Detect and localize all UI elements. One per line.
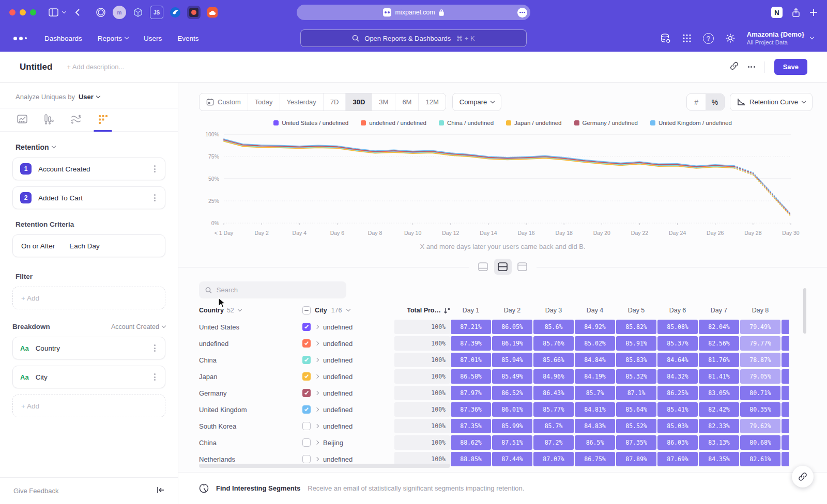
day-cell[interactable]: 87.1% xyxy=(616,386,656,400)
day-cell[interactable]: 84.83% xyxy=(575,419,615,433)
day-cell[interactable]: 82.04% xyxy=(699,320,739,334)
horizontal-scrollbar[interactable] xyxy=(199,464,450,468)
collapse-sidebar-icon[interactable] xyxy=(157,486,164,495)
day-cell[interactable]: 83.13% xyxy=(699,435,739,450)
day-cell[interactable]: 87.36% xyxy=(451,402,491,417)
column-header-country[interactable]: Country52 xyxy=(199,307,302,314)
day-cell[interactable]: 86.01% xyxy=(492,402,532,417)
description-placeholder[interactable]: + Add description... xyxy=(67,63,124,71)
breakdown-card-country[interactable]: Aa Country xyxy=(12,337,165,359)
cell-country[interactable]: Japan xyxy=(199,373,302,381)
expand-chevron-icon[interactable] xyxy=(315,440,319,445)
cell-country[interactable]: China xyxy=(199,356,302,364)
day-cell[interactable]: 86.75% xyxy=(575,452,615,466)
criteria-each-day[interactable]: Each Day xyxy=(69,242,100,250)
day-cell[interactable]: 85.66% xyxy=(533,353,574,367)
row-checkbox[interactable] xyxy=(302,422,311,430)
segments-title[interactable]: Find Interesting Segments xyxy=(216,484,300,492)
event-card-account-created[interactable]: 1 Account Created xyxy=(12,158,165,180)
day-cell[interactable]: 85.41% xyxy=(657,402,698,417)
day-cell[interactable]: 84.92% xyxy=(575,320,615,334)
data-management-icon[interactable] xyxy=(660,33,671,44)
day-cell[interactable]: 87.35% xyxy=(616,435,656,450)
report-title[interactable]: Untitled xyxy=(20,62,52,72)
day-cell[interactable]: 84.35% xyxy=(699,452,739,466)
cell-country[interactable]: China xyxy=(199,439,302,447)
day-cell[interactable]: 79.77% xyxy=(740,336,780,351)
day-cell[interactable]: 84.96% xyxy=(533,369,574,384)
nav-item-users[interactable]: Users xyxy=(144,35,162,42)
day-cell[interactable]: 85.7% xyxy=(575,386,615,400)
day-cell[interactable]: 87.39% xyxy=(451,336,491,351)
day-cell[interactable]: 85.08% xyxy=(657,320,698,334)
address-more-icon[interactable] xyxy=(517,8,527,18)
layout-chart-focus-button[interactable] xyxy=(474,259,492,275)
range-button-6m[interactable]: 6M xyxy=(395,93,418,111)
legend-item[interactable]: United Kingdom / undefined xyxy=(650,120,732,126)
range-button-12m[interactable]: 12M xyxy=(418,93,445,111)
day-cell[interactable]: 87.07% xyxy=(533,452,574,466)
settings-gear-icon[interactable] xyxy=(725,33,736,43)
tab-funnels[interactable] xyxy=(42,114,56,125)
day-cell[interactable]: 88.62% xyxy=(451,435,491,450)
range-button-3m[interactable]: 3M xyxy=(372,93,395,111)
day-cell[interactable]: 85.83% xyxy=(616,353,656,367)
day-cell[interactable]: 87.2% xyxy=(533,435,574,450)
day-cell[interactable]: 84.19% xyxy=(575,369,615,384)
extension-cube-icon[interactable] xyxy=(131,6,145,19)
vertical-scrollbar[interactable] xyxy=(803,288,806,334)
breakdown-scope-dropdown[interactable]: Account Created xyxy=(111,323,165,330)
day-cell[interactable]: 85.32% xyxy=(616,369,656,384)
back-icon[interactable] xyxy=(75,8,80,17)
day-cell[interactable]: 82.42% xyxy=(699,402,739,417)
legend-item[interactable]: undefined / undefined xyxy=(361,120,426,126)
extension-bird-icon[interactable] xyxy=(169,6,182,19)
expand-chevron-icon[interactable] xyxy=(315,341,319,345)
help-icon[interactable]: ? xyxy=(703,33,714,44)
day-column-header[interactable]: Day 5 xyxy=(616,307,657,314)
day-cell[interactable]: 87.21% xyxy=(451,320,491,334)
cell-country[interactable]: South Korea xyxy=(199,422,302,430)
day-cell[interactable]: 85.52% xyxy=(616,419,656,433)
day-cell[interactable]: 86.58% xyxy=(451,369,491,384)
expand-chevron-icon[interactable] xyxy=(315,374,319,379)
layout-split-button[interactable] xyxy=(494,259,512,275)
column-header-city[interactable]: City176 xyxy=(302,306,394,314)
legend-item[interactable]: United States / undefined xyxy=(273,120,348,126)
row-checkbox[interactable] xyxy=(302,405,311,414)
event-options-kebab-icon[interactable] xyxy=(152,163,158,175)
event-card-added-to-cart[interactable]: 2 Added To Cart xyxy=(12,186,165,209)
day-cell[interactable]: 84.32% xyxy=(657,369,698,384)
day-cell[interactable]: 85.82% xyxy=(616,320,656,334)
chart-type-button[interactable]: Retention Curve xyxy=(730,93,813,111)
day-cell[interactable]: 87.35% xyxy=(451,419,491,433)
expand-chevron-icon[interactable] xyxy=(315,358,319,362)
filter-add-button[interactable]: + Add xyxy=(12,287,165,309)
day-cell[interactable]: 85.76% xyxy=(533,336,574,351)
day-column-header[interactable]: Day 4 xyxy=(574,307,616,314)
save-button[interactable]: Save xyxy=(774,59,807,75)
tab-insights[interactable] xyxy=(16,114,29,125)
expand-chevron-icon[interactable] xyxy=(315,407,319,412)
sidebar-toggle-icon[interactable] xyxy=(49,8,58,17)
tab-flows[interactable] xyxy=(69,114,83,125)
nav-item-events[interactable]: Events xyxy=(177,35,198,42)
day-cell[interactable]: 85.6% xyxy=(533,320,574,334)
retention-section-label[interactable]: Retention xyxy=(16,143,165,151)
day-cell[interactable]: 82.56% xyxy=(699,336,739,351)
traffic-maximize-button[interactable] xyxy=(30,9,36,15)
cell-country[interactable]: Germany xyxy=(199,389,302,397)
apps-grid-icon[interactable] xyxy=(682,34,692,43)
day-column-header[interactable]: Day 3 xyxy=(533,307,574,314)
range-button-30d[interactable]: 30D xyxy=(345,93,372,111)
percent-toggle-button[interactable]: % xyxy=(706,94,724,110)
day-column-header[interactable]: Day 7 xyxy=(698,307,740,314)
day-cell[interactable]: 86.03% xyxy=(657,435,698,450)
day-cell[interactable]: 85.91% xyxy=(616,336,656,351)
nav-item-reports[interactable]: Reports xyxy=(98,35,128,42)
project-switcher[interactable]: Amazonia {Demo} All Project Data xyxy=(747,30,814,46)
day-cell[interactable]: 86.25% xyxy=(657,386,698,400)
traffic-minimize-button[interactable] xyxy=(20,9,26,15)
address-bar[interactable]: mixpanel.com xyxy=(297,5,530,20)
range-button-7d[interactable]: 7D xyxy=(323,93,346,111)
